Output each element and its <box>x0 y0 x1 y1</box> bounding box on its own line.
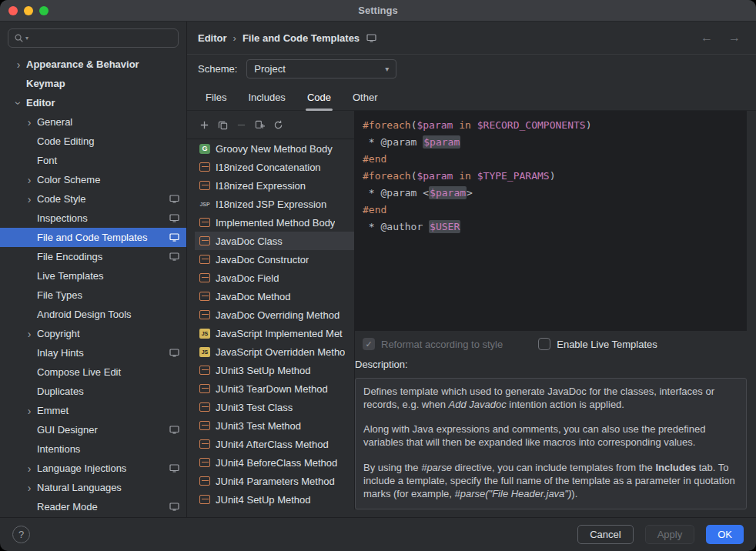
template-item-javadoc-method[interactable]: JavaDoc Method <box>195 287 354 306</box>
template-item-javascript-implemented-met[interactable]: JSJavaScript Implemented Met <box>195 324 354 342</box>
monitor-icon <box>366 34 376 42</box>
template-item-javadoc-class[interactable]: JavaDoc Class <box>195 232 354 250</box>
search-field[interactable]: ▾ <box>8 28 179 48</box>
tab-files[interactable]: Files <box>204 92 228 110</box>
scheme-select[interactable]: Project ▾ <box>246 59 396 78</box>
tree-item-language-injections[interactable]: ›Language Injections <box>0 459 186 478</box>
template-item-junit3-test-class[interactable]: JUnit3 Test Class <box>195 398 354 416</box>
template-item-junit3-teardown-method[interactable]: JUnit3 TearDown Method <box>195 379 354 398</box>
monitor-icon <box>169 195 179 203</box>
chevron-down-icon[interactable]: › <box>13 95 24 111</box>
description-label: Description: <box>355 359 747 372</box>
remove-template-button <box>233 117 249 132</box>
tree-item-editor[interactable]: ›Editor <box>0 93 186 112</box>
chevron-right-icon[interactable]: › <box>22 406 37 416</box>
template-item-javascript-overridden-metho[interactable]: JSJavaScript Overridden Metho <box>195 342 354 361</box>
chevron-right-icon[interactable]: › <box>22 329 37 339</box>
template-item-label: JavaDoc Constructor <box>216 254 309 265</box>
template-item-i18nized-concatenation[interactable]: I18nized Concatenation <box>195 158 354 176</box>
template-icon <box>199 402 210 412</box>
cancel-button[interactable]: Cancel <box>577 525 633 544</box>
scheme-label: Scheme: <box>198 63 237 75</box>
forward-arrow-icon[interactable]: → <box>728 31 741 45</box>
tree-item-label: Natural Languages <box>37 482 122 493</box>
tab-includes[interactable]: Includes <box>246 92 286 110</box>
chevron-right-icon[interactable]: › <box>22 117 37 128</box>
zoom-button[interactable] <box>39 6 49 15</box>
template-item-i18nized-jsp-expression[interactable]: JSPI18nized JSP Expression <box>195 195 354 213</box>
tree-item-duplicates[interactable]: Duplicates <box>0 382 186 401</box>
tree-item-label: Font <box>37 155 57 166</box>
close-button[interactable] <box>8 6 18 15</box>
duplicate-template-button[interactable] <box>252 117 267 132</box>
tree-item-compose-live-edit[interactable]: Compose Live Edit <box>0 362 186 382</box>
enable-live-templates-checkbox[interactable] <box>538 338 550 350</box>
tree-item-inlay-hints[interactable]: Inlay Hints <box>0 343 186 362</box>
tree-item-emmet[interactable]: ›Emmet <box>0 401 186 420</box>
titlebar[interactable]: Settings <box>0 0 756 22</box>
tree-item-android-design-tools[interactable]: Android Design Tools <box>0 305 186 324</box>
template-item-javadoc-overriding-method[interactable]: JavaDoc Overriding Method <box>195 306 354 324</box>
template-item-junit4-parameters-method[interactable]: JUnit4 Parameters Method <box>195 472 354 490</box>
help-button[interactable]: ? <box>12 526 30 543</box>
add-template-button[interactable] <box>196 117 212 132</box>
tree-item-natural-languages[interactable]: ›Natural Languages <box>0 478 186 497</box>
chevron-right-icon[interactable]: › <box>22 483 37 493</box>
template-item-i18nized-expression[interactable]: I18nized Expression <box>195 176 354 195</box>
tree-item-file-and-code-templates[interactable]: File and Code Templates <box>0 228 186 247</box>
template-item-junit3-test-method[interactable]: JUnit3 Test Method <box>195 416 354 435</box>
copy-template-button[interactable] <box>215 117 230 132</box>
template-item-javadoc-field[interactable]: JavaDoc Field <box>195 269 354 287</box>
template-item-junit4-beforeclass-method[interactable]: JUnit4 BeforeClass Method <box>195 453 354 472</box>
description-box[interactable]: Defines template which used to generate … <box>355 378 747 509</box>
minimize-button[interactable] <box>24 6 33 15</box>
template-item-javadoc-constructor[interactable]: JavaDoc Constructor <box>195 250 354 269</box>
footer: ? CancelApplyOK <box>0 517 756 551</box>
tree-item-code-editing[interactable]: Code Editing <box>0 132 186 151</box>
chevron-right-icon[interactable]: › <box>22 175 37 185</box>
breadcrumb: Editor › File and Code Templates ← → <box>187 22 756 55</box>
back-arrow-icon[interactable]: ← <box>701 31 713 45</box>
template-item-junit4-afterclass-method[interactable]: JUnit4 AfterClass Method <box>195 435 354 453</box>
tab-other[interactable]: Other <box>351 92 380 110</box>
tree-item-color-scheme[interactable]: ›Color Scheme <box>0 170 186 189</box>
tree-item-appearance-behavior[interactable]: ›Appearance & Behavior <box>0 55 186 74</box>
tree-item-inspections[interactable]: Inspections <box>0 209 186 228</box>
tree-item-label: Inspections <box>37 212 88 224</box>
tree-item-copyright[interactable]: ›Copyright <box>0 324 186 343</box>
template-icon <box>199 255 210 264</box>
javascript-icon: JS <box>199 329 210 339</box>
tree-item-code-style[interactable]: ›Code Style <box>0 189 186 209</box>
template-item-groovy-new-method-body[interactable]: GGroovy New Method Body <box>195 139 354 158</box>
template-item-label: JUnit3 Test Class <box>216 402 293 413</box>
tree-item-intentions[interactable]: Intentions <box>0 439 186 459</box>
ok-button[interactable]: OK <box>706 525 744 544</box>
template-item-junit3-setup-method[interactable]: JUnit3 SetUp Method <box>195 361 354 379</box>
javascript-icon: JS <box>199 347 210 357</box>
tree-item-gui-designer[interactable]: GUI Designer <box>0 420 186 439</box>
breadcrumb-parent[interactable]: Editor <box>198 32 227 44</box>
tree-item-font[interactable]: Font <box>0 151 186 170</box>
settings-content: Editor › File and Code Templates ← → Sch… <box>187 22 756 517</box>
search-history-caret-icon[interactable]: ▾ <box>25 35 28 42</box>
template-item-implemented-method-body[interactable]: Implemented Method Body <box>195 213 354 232</box>
template-icon <box>199 292 210 301</box>
reset-to-default-button[interactable] <box>270 117 286 132</box>
chevron-right-icon[interactable]: › <box>11 59 26 70</box>
search-input[interactable] <box>30 32 172 44</box>
chevron-right-icon[interactable]: › <box>22 463 37 474</box>
tree-item-file-types[interactable]: File Types <box>0 286 186 305</box>
template-item-label: JavaDoc Class <box>216 235 283 247</box>
chevron-right-icon[interactable]: › <box>22 194 37 205</box>
tree-item-keymap[interactable]: Keymap <box>0 74 186 93</box>
tab-code[interactable]: Code <box>306 92 333 110</box>
template-editor[interactable]: #foreach($param in $RECORD_COMPONENTS) *… <box>355 111 747 331</box>
tree-item-general[interactable]: ›General <box>0 112 186 132</box>
template-item-label: JavaDoc Method <box>216 291 291 302</box>
tree-item-file-encodings[interactable]: File Encodings <box>0 247 186 266</box>
tree-item-reader-mode[interactable]: Reader Mode <box>0 497 186 516</box>
monitor-icon <box>169 426 179 434</box>
footer-buttons: CancelApplyOK <box>566 525 744 544</box>
template-item-junit4-setup-method[interactable]: JUnit4 SetUp Method <box>195 490 354 509</box>
tree-item-live-templates[interactable]: Live Templates <box>0 266 186 286</box>
